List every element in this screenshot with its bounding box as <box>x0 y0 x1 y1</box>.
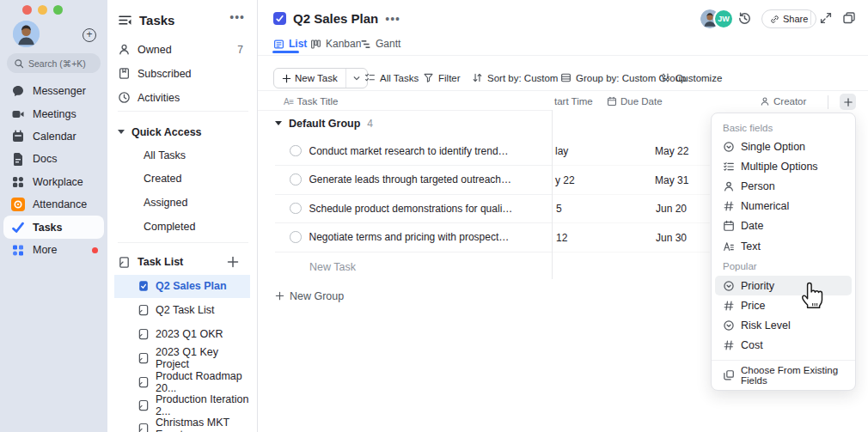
sort-button[interactable]: Sort by: Custom <box>472 72 558 83</box>
title-more-icon[interactable]: ••• <box>385 12 400 26</box>
column-header-task-title[interactable]: A≡ Task Title <box>284 94 338 108</box>
list-item-label: Q2 Task List <box>156 304 215 316</box>
menu-item-person[interactable]: Person <box>712 176 855 196</box>
attendance-icon <box>11 198 25 211</box>
filter-funnel-icon <box>423 72 434 83</box>
menu-item-single-option[interactable]: Single Option <box>712 137 855 156</box>
add-field-button[interactable] <box>840 94 856 110</box>
avatar-photo-icon <box>13 21 40 47</box>
start-time-cell: 5 <box>556 203 562 215</box>
share-label: Share <box>783 14 808 24</box>
filter-button[interactable]: Filter <box>423 72 461 83</box>
menu-item-cost[interactable]: Cost <box>712 336 855 356</box>
expand-icon[interactable] <box>819 11 833 25</box>
complete-checkbox[interactable] <box>290 173 302 186</box>
new-task-button[interactable]: New Task <box>273 68 368 88</box>
task-list-section[interactable]: Task List <box>118 251 250 274</box>
sidebar-item-label: Tasks <box>33 222 63 234</box>
single-option-icon <box>723 319 735 332</box>
clock-icon <box>118 91 131 104</box>
quick-access-all-tasks[interactable]: All Tasks <box>144 144 186 167</box>
complete-checkbox[interactable] <box>290 203 302 215</box>
divider <box>118 111 248 112</box>
open-window-icon[interactable] <box>842 11 856 25</box>
list-doc-icon <box>138 399 150 411</box>
add-plus-icon[interactable]: + <box>83 28 96 42</box>
menu-item-text[interactable]: Text <box>712 236 855 256</box>
plus-icon <box>843 97 853 107</box>
menu-item-choose-from-existing-fields[interactable]: Choose From Existing Fields <box>712 365 855 386</box>
task-list-item-2023-q1-okr[interactable]: 2023 Q1 OKR <box>114 323 250 346</box>
add-task-list-icon[interactable] <box>226 255 240 269</box>
user-avatar[interactable] <box>13 21 40 47</box>
column-label: Due Date <box>620 96 663 106</box>
quick-access-section[interactable]: Quick Access <box>118 120 250 143</box>
panel-more-icon[interactable]: ••• <box>229 10 245 24</box>
multiple-options-icon <box>723 161 735 173</box>
share-button[interactable]: Share <box>761 9 816 28</box>
complete-checkbox[interactable] <box>290 231 302 243</box>
complete-checkbox[interactable] <box>290 145 302 157</box>
quick-access-created[interactable]: Created <box>144 167 181 190</box>
due-date-cell: May 22 <box>655 145 688 157</box>
column-header-due-date[interactable]: Due Date <box>607 94 663 108</box>
task-list-item-production-iteration[interactable]: Production Iteration 2... <box>114 394 250 417</box>
panel-item-subscribed[interactable]: Subscribed <box>118 62 250 85</box>
sidebar-item-calendar[interactable]: Calendar <box>0 125 107 148</box>
new-task-inline-button[interactable]: New Task <box>309 255 356 278</box>
task-list-item-product-roadmap[interactable]: Product Roadmap 20... <box>114 370 250 393</box>
calendar-icon <box>11 130 25 143</box>
sidebar-item-tasks[interactable]: Tasks <box>3 216 104 238</box>
window-zoom-button[interactable] <box>53 5 63 15</box>
sidebar-item-attendance[interactable]: Attendance <box>0 193 107 216</box>
search-input[interactable]: Search (⌘+K) <box>7 53 101 73</box>
tab-kanban[interactable]: Kanban <box>310 36 361 52</box>
start-time-cell: 12 <box>556 232 567 244</box>
column-header-start-time[interactable]: tart Time <box>554 94 593 108</box>
column-header-creator[interactable]: Creator <box>760 94 806 108</box>
sidebar-item-more[interactable]: More <box>0 239 107 261</box>
single-option-icon <box>723 280 735 292</box>
collapse-triangle-icon[interactable] <box>275 121 282 125</box>
sidebar-item-label: Calendar <box>33 131 76 143</box>
group-by-icon <box>560 72 572 83</box>
collaborator-avatar-jw[interactable]: JW <box>713 9 734 29</box>
quick-access-assigned[interactable]: Assigned <box>144 192 187 214</box>
sidebar-item-workplace[interactable]: Workplace <box>0 171 107 193</box>
new-group-button[interactable]: New Group <box>275 284 344 307</box>
group-row-default-group[interactable]: Default Group 4 <box>275 113 373 134</box>
task-list-item-q2-sales-plan[interactable]: Q2 Sales Plan <box>114 275 250 298</box>
tab-gantt[interactable]: Gantt <box>360 36 400 52</box>
sidebar-item-meetings[interactable]: Meetings <box>0 102 107 125</box>
window-close-button[interactable] <box>22 5 32 15</box>
task-title: Generate leads through targeted outreach… <box>309 173 514 186</box>
plus-icon <box>282 74 291 83</box>
owned-count: 7 <box>237 44 243 56</box>
task-list-item-2023-q1-key-project[interactable]: 2023 Q1 Key Project <box>114 347 250 370</box>
menu-item-date[interactable]: Date <box>712 216 855 236</box>
sidebar-item-label: Workplace <box>33 176 83 188</box>
window-minimize-button[interactable] <box>38 5 47 15</box>
history-icon[interactable] <box>737 11 752 26</box>
app-nav: Messenger Meetings Calendar Docs Workpla… <box>0 80 107 261</box>
panel-item-activities[interactable]: Activities <box>118 86 250 109</box>
panel-item-owned[interactable]: Owned 7 <box>118 38 250 61</box>
all-tasks-filter-button[interactable]: All Tasks <box>364 72 419 83</box>
menu-item-risk-level[interactable]: Risk Level <box>712 316 855 336</box>
start-time-cell: lay <box>555 145 568 157</box>
workplace-icon <box>11 175 25 189</box>
sidebar-item-docs[interactable]: Docs <box>0 148 107 170</box>
quick-access-completed[interactable]: Completed <box>144 216 195 238</box>
customize-button[interactable]: Customize <box>660 72 722 83</box>
task-list-item-christmas-mkt-event[interactable]: Christmas MKT Event <box>114 417 250 432</box>
list-doc-icon <box>138 423 150 432</box>
tab-list[interactable]: List <box>273 36 307 52</box>
menu-item-numerical[interactable]: Numerical <box>712 197 855 216</box>
list-doc-icon <box>138 352 150 364</box>
menu-item-priority[interactable]: Priority <box>715 276 852 295</box>
sidebar-item-messenger[interactable]: Messenger <box>0 80 107 102</box>
menu-item-price[interactable]: Price <box>712 295 855 315</box>
due-date-cell: May 31 <box>655 174 688 186</box>
task-list-item-q2-task-list[interactable]: Q2 Task List <box>114 299 250 322</box>
menu-item-multiple-options[interactable]: Multiple Options <box>712 156 855 176</box>
